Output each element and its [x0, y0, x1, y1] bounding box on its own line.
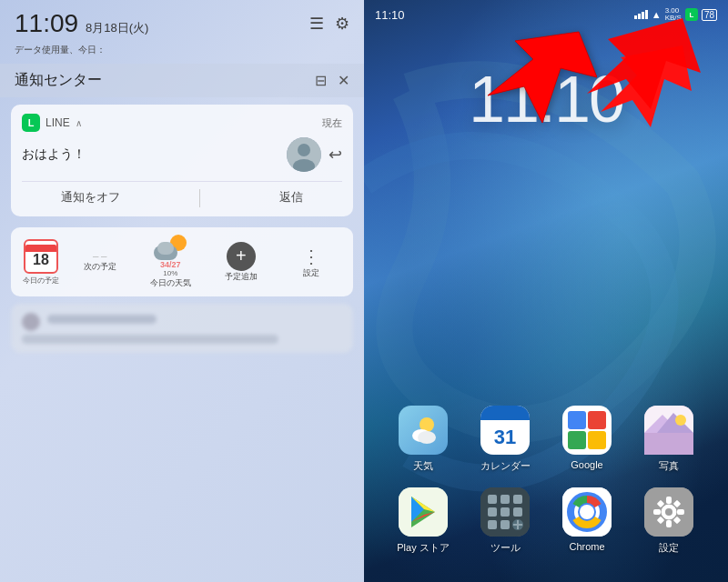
- svg-rect-24: [513, 507, 522, 517]
- app-item-google[interactable]: Google: [554, 406, 620, 473]
- line-notif-body: おはよう！ ↩: [22, 137, 342, 172]
- menu-icon[interactable]: ☰: [309, 14, 324, 34]
- reply-icon[interactable]: ↩: [329, 145, 342, 165]
- settings-icon[interactable]: ⚙: [335, 14, 349, 34]
- data-usage-text: データ使用量、今日：: [0, 44, 364, 64]
- svg-rect-40: [677, 509, 684, 515]
- notification-shade: 11:09 8月18日(火) ☰ ⚙ データ使用量、今日： 通知センター ⊟ ✕…: [0, 0, 364, 582]
- svg-point-33: [580, 505, 594, 519]
- playstore-app-label: Play ストア: [397, 541, 449, 555]
- today-schedule-label: 今日の予定: [23, 276, 59, 286]
- date-display: 8月18日(火): [86, 20, 148, 36]
- notif-menu-icon[interactable]: ⊟: [315, 72, 327, 89]
- svg-marker-3: [488, 32, 597, 123]
- weather-app-label: 天気: [413, 459, 433, 473]
- calendar-date-icon: 18: [24, 239, 58, 274]
- left-clock: 11:09: [15, 9, 78, 38]
- notif-close-icon[interactable]: ✕: [338, 72, 349, 89]
- svg-point-12: [675, 415, 686, 426]
- calendar-widget: 18 今日の予定 ─ ─ 次の予定: [11, 227, 353, 296]
- svg-rect-25: [488, 520, 497, 529]
- next-event-item[interactable]: ─ ─ 次の予定: [67, 252, 133, 273]
- app-item-weather[interactable]: 天気: [390, 406, 456, 473]
- photos-app-icon: [644, 406, 693, 455]
- chrome-app-label: Chrome: [569, 541, 604, 552]
- photos-app-label: 写真: [659, 459, 679, 473]
- svg-rect-20: [500, 495, 510, 504]
- line-notif-message: おはよう！: [22, 146, 86, 163]
- svg-rect-19: [488, 495, 497, 504]
- home-screen: 11:10 ▲ 3.00KB/S L 78: [364, 0, 728, 582]
- calendar-app-label: カレンダー: [480, 459, 531, 473]
- playstore-app-icon: [399, 487, 448, 537]
- battery-icon: 78: [702, 9, 717, 21]
- svg-rect-38: [666, 520, 672, 527]
- tools-app-label: ツール: [490, 541, 521, 555]
- line-notification-card: L LINE ∧ 現在 おはよう！: [11, 105, 353, 216]
- network-speed: 3.00KB/S: [665, 7, 682, 22]
- svg-rect-26: [500, 520, 510, 529]
- status-bar-left: 11:09 8月18日(火) ☰ ⚙: [0, 0, 364, 44]
- line-status-icon: L: [685, 8, 698, 21]
- left-status-icons: ☰ ⚙: [309, 14, 349, 34]
- calendar-settings-label: 設定: [303, 267, 319, 279]
- line-notif-actions: 通知をオフ 返信: [22, 181, 342, 207]
- add-event-button[interactable]: +: [227, 242, 256, 271]
- line-app-info: L LINE ∧: [22, 114, 82, 132]
- app-grid-row-2: Play ストア: [364, 487, 728, 555]
- weather-temp: 34/27: [160, 260, 181, 269]
- blurred-notification: [11, 304, 353, 353]
- sender-avatar: [287, 137, 321, 172]
- google-app-icon: [562, 406, 612, 455]
- next-event-label: 次の予定: [84, 261, 116, 273]
- annotation-arrow: [488, 23, 692, 135]
- app-item-tools[interactable]: ツール: [472, 487, 538, 555]
- app-item-photos[interactable]: 写真: [636, 406, 702, 473]
- calendar-settings-item[interactable]: ⋮ 設定: [279, 246, 345, 279]
- settings-app-icon: [644, 487, 693, 537]
- notif-header-actions: ⊟ ✕: [315, 72, 349, 89]
- svg-rect-9: [644, 433, 693, 455]
- svg-point-7: [418, 431, 436, 444]
- add-event-item[interactable]: + 予定追加: [208, 242, 274, 283]
- calendar-date-number: 18: [33, 252, 49, 268]
- svg-point-36: [665, 508, 672, 516]
- right-status-time: 11:10: [375, 8, 405, 22]
- line-app-icon: L: [22, 114, 40, 132]
- svg-rect-39: [653, 509, 661, 515]
- google-app-label: Google: [571, 459, 602, 470]
- right-status-icons: ▲ 3.00KB/S L 78: [634, 7, 717, 22]
- svg-marker-4: [601, 45, 692, 127]
- calendar-widget-row: 18 今日の予定 ─ ─ 次の予定: [20, 235, 344, 289]
- signal-icon: [634, 10, 648, 19]
- line-notif-header: L LINE ∧ 現在: [22, 114, 342, 132]
- tools-app-icon: [480, 487, 530, 537]
- time-date-group: 11:09 8月18日(火): [15, 9, 148, 38]
- notif-center-title: 通知センター: [15, 71, 102, 90]
- svg-point-1: [298, 144, 310, 156]
- weather-label: 今日の天気: [150, 277, 191, 289]
- svg-rect-22: [488, 507, 497, 517]
- app-item-chrome[interactable]: Chrome: [554, 487, 620, 555]
- svg-rect-23: [500, 507, 510, 517]
- reply-button[interactable]: 返信: [279, 189, 303, 207]
- add-event-label: 予定追加: [225, 271, 258, 283]
- line-notif-time: 現在: [322, 116, 342, 130]
- home-content: 11:10 ▲ 3.00KB/S L 78: [364, 0, 728, 582]
- svg-rect-37: [666, 497, 672, 504]
- settings-app-label: 設定: [659, 541, 679, 555]
- line-app-name: LINE: [46, 116, 70, 129]
- calendar-more-icon[interactable]: ⋮: [302, 246, 320, 267]
- wifi-icon: ▲: [652, 9, 662, 20]
- app-grid-row-1: 天気 31 カレンダー: [364, 406, 728, 473]
- mute-button[interactable]: 通知をオフ: [61, 189, 120, 207]
- app-item-settings[interactable]: 設定: [636, 487, 702, 555]
- status-bar-right: 11:10 ▲ 3.00KB/S L 78: [364, 0, 728, 25]
- app-item-playstore[interactable]: Play ストア: [390, 487, 456, 555]
- app-item-calendar[interactable]: 31 カレンダー: [472, 406, 538, 473]
- weather-widget-item[interactable]: 34/27 10% 今日の天気: [138, 235, 204, 289]
- weather-app-icon: [399, 406, 448, 455]
- chrome-app-icon: [562, 487, 612, 537]
- calendar-app-icon: 31: [480, 406, 530, 455]
- line-chevron-icon: ∧: [76, 118, 82, 128]
